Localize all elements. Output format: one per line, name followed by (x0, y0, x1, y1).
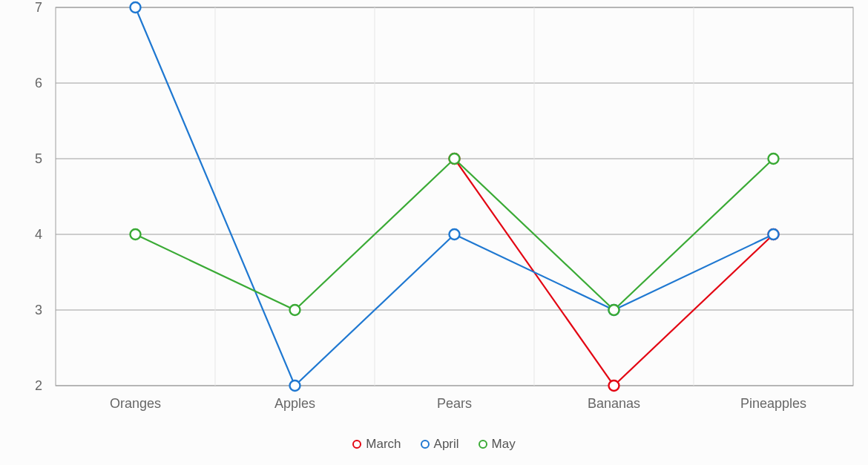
legend-item[interactable]: March (352, 437, 401, 452)
legend-label: May (492, 437, 516, 452)
legend-swatch-icon (352, 440, 361, 449)
legend-swatch-icon (479, 440, 487, 449)
data-point[interactable] (769, 154, 779, 164)
legend: MarchAprilMay (0, 437, 868, 452)
data-point[interactable] (769, 229, 779, 240)
x-category-label: Oranges (110, 396, 161, 411)
data-point[interactable] (450, 154, 460, 164)
data-point[interactable] (450, 229, 460, 240)
y-tick-label: 6 (35, 76, 42, 90)
y-tick-label: 2 (35, 378, 42, 393)
data-point[interactable] (131, 229, 141, 240)
x-category-label: Pineapples (740, 396, 806, 411)
y-tick-label: 7 (35, 0, 42, 15)
legend-item[interactable]: April (421, 437, 459, 452)
data-point[interactable] (131, 2, 141, 13)
legend-label: April (434, 437, 459, 452)
y-tick-label: 5 (35, 151, 42, 166)
y-tick-label: 4 (35, 227, 42, 242)
x-category-label: Pears (437, 396, 472, 411)
x-category-label: Apples (274, 396, 315, 411)
y-tick-label: 3 (35, 303, 42, 317)
line-chart: 234567OrangesApplesPearsBananasPineapple… (0, 0, 868, 465)
data-point[interactable] (290, 305, 300, 315)
legend-item[interactable]: May (479, 437, 516, 452)
chart-canvas: 234567OrangesApplesPearsBananasPineapple… (0, 0, 868, 465)
legend-label: March (366, 437, 401, 452)
x-category-label: Bananas (588, 396, 640, 411)
data-point[interactable] (290, 380, 300, 391)
data-point[interactable] (609, 305, 619, 315)
data-point[interactable] (609, 380, 619, 391)
legend-swatch-icon (421, 440, 430, 449)
